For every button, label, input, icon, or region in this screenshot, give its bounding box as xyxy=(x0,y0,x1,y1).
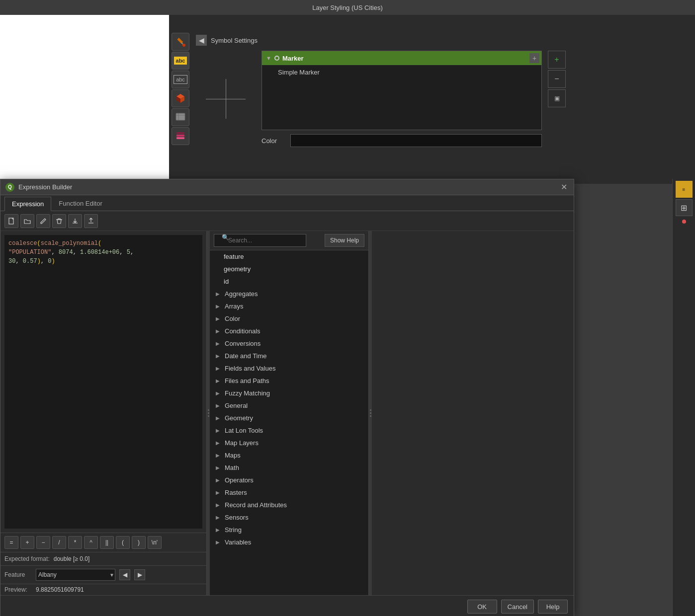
ok-button[interactable]: OK xyxy=(467,600,497,614)
func-general[interactable]: ▶ General xyxy=(210,399,368,412)
func-geometry[interactable]: geometry xyxy=(210,263,368,275)
import-expression-button[interactable] xyxy=(68,214,82,228)
func-fuzzy-matching[interactable]: ▶ Fuzzy Matching xyxy=(210,387,368,399)
func-maps[interactable]: ▶ Maps xyxy=(210,449,368,462)
op-open-paren[interactable]: ( xyxy=(116,536,130,549)
op-power[interactable]: ^ xyxy=(84,536,98,549)
symbol-settings-label: Symbol Settings xyxy=(211,37,258,44)
op-concat[interactable]: || xyxy=(100,536,114,549)
export-expression-button[interactable] xyxy=(84,214,98,228)
paint-bucket-icon xyxy=(174,36,186,48)
feature-select[interactable]: Albany xyxy=(36,569,115,581)
color-label: Color xyxy=(261,137,286,145)
styling-content-area: ◀ Symbol Settings ▼ Marker Simple Marker… xyxy=(192,31,567,185)
tab-function-editor[interactable]: Function Editor xyxy=(51,196,109,211)
operators-row: = + − / * ^ || ( ) \n' xyxy=(0,533,206,552)
3d-icon[interactable] xyxy=(172,89,189,107)
open-expression-button[interactable] xyxy=(20,214,34,228)
color-swatch[interactable] xyxy=(290,134,542,147)
sidebar-layers-button[interactable]: ≡ xyxy=(676,181,693,198)
delete-expression-button[interactable] xyxy=(52,214,66,228)
qgis-logo: Q xyxy=(5,183,14,192)
op-close-paren[interactable]: ) xyxy=(132,536,146,549)
add-symbol-button[interactable]: + xyxy=(529,53,539,63)
func-aggregates[interactable]: ▶ Aggregates xyxy=(210,288,368,300)
download-icon xyxy=(72,218,79,225)
edit-expression-button[interactable] xyxy=(36,214,50,228)
func-color[interactable]: ▶ Color xyxy=(210,312,368,325)
remove-layer-button[interactable]: − xyxy=(548,70,566,88)
label-outline-icon[interactable]: abc xyxy=(172,71,189,88)
op-newline[interactable]: \n' xyxy=(148,536,162,549)
map-icon[interactable] xyxy=(172,108,189,126)
upload-icon xyxy=(87,218,94,225)
search-row: 🔍 Show Help xyxy=(210,231,368,250)
func-conditionals[interactable]: ▶ Conditionals xyxy=(210,325,368,337)
qgis-right-sidebar: ≡ ⊞ xyxy=(672,179,695,616)
symbol-tree-simple-marker-row[interactable]: Simple Marker xyxy=(262,65,541,79)
marker-label: Marker xyxy=(282,55,304,62)
paint-icon[interactable] xyxy=(172,33,189,51)
func-variables[interactable]: ▶ Variables xyxy=(210,536,368,548)
delete-icon xyxy=(56,218,63,225)
symbol-tree-marker-row[interactable]: ▼ Marker xyxy=(262,51,541,65)
expr-tabs-bar: Expression Function Editor xyxy=(0,195,574,211)
simple-marker-label: Simple Marker xyxy=(278,69,320,76)
func-string[interactable]: ▶ String xyxy=(210,524,368,536)
back-button[interactable]: ◀ xyxy=(196,35,207,46)
svg-rect-6 xyxy=(176,135,184,137)
layers-icon xyxy=(174,130,186,142)
op-divide[interactable]: / xyxy=(52,536,66,549)
duplicate-layer-button[interactable]: ▣ xyxy=(548,89,566,107)
help-button[interactable]: Help xyxy=(538,600,568,614)
add-layer-button[interactable]: + xyxy=(548,51,566,69)
tree-expand-arrow: ▼ xyxy=(266,55,271,61)
func-arrays[interactable]: ▶ Arrays xyxy=(210,300,368,312)
func-record-and-attributes[interactable]: ▶ Record and Attributes xyxy=(210,499,368,511)
code-coalesce: coalesce xyxy=(8,240,37,247)
func-map-layers[interactable]: ▶ Map Layers xyxy=(210,437,368,449)
edit-icon xyxy=(40,218,47,225)
layer-styling-sidebar: abc abc xyxy=(169,31,192,185)
label-icon-text: abc xyxy=(174,57,187,65)
close-dialog-button[interactable]: ✕ xyxy=(559,182,569,192)
func-math[interactable]: ▶ Math xyxy=(210,462,368,474)
func-operators[interactable]: ▶ Operators xyxy=(210,474,368,486)
op-minus[interactable]: − xyxy=(36,536,50,549)
func-geometry[interactable]: ▶ Geometry xyxy=(210,412,368,424)
func-rasters[interactable]: ▶ Rasters xyxy=(210,486,368,499)
op-multiply[interactable]: * xyxy=(68,536,82,549)
stack-icon[interactable] xyxy=(172,127,189,145)
func-sensors[interactable]: ▶ Sensors xyxy=(210,511,368,524)
new-file-icon xyxy=(8,218,15,225)
prev-feature-button[interactable]: ◀ xyxy=(119,569,130,580)
sidebar-browser-button[interactable]: ⊞ xyxy=(676,199,693,216)
feature-label: Feature xyxy=(4,571,32,578)
func-fields-and-values[interactable]: ▶ Fields and Values xyxy=(210,362,368,375)
label-icon[interactable]: abc xyxy=(172,52,189,70)
op-equals[interactable]: = xyxy=(4,536,18,549)
tab-expression[interactable]: Expression xyxy=(4,197,51,211)
cube-icon xyxy=(174,92,186,104)
func-conversions[interactable]: ▶ Conversions xyxy=(210,337,368,350)
expr-builder-title: Expression Builder xyxy=(18,183,72,191)
expr-title-bar: Q Expression Builder ✕ xyxy=(0,179,574,195)
expr-title-left: Q Expression Builder xyxy=(5,183,72,192)
map-icon-svg xyxy=(174,111,186,123)
expression-editor[interactable]: coalesce(scale_polynomial( "POPULATION",… xyxy=(4,235,202,529)
next-feature-button[interactable]: ▶ xyxy=(134,569,145,580)
func-files-and-paths[interactable]: ▶ Files and Paths xyxy=(210,375,368,387)
func-lat-lon-tools[interactable]: ▶ Lat Lon Tools xyxy=(210,424,368,437)
show-help-button[interactable]: Show Help xyxy=(325,234,364,247)
cancel-button[interactable]: Cancel xyxy=(501,600,534,614)
preview-row: Preview: 9.8825051609791 xyxy=(0,584,206,595)
feature-select-wrapper: Albany ▼ xyxy=(36,569,115,581)
func-date-and-time[interactable]: ▶ Date and Time xyxy=(210,350,368,362)
svg-rect-7 xyxy=(176,132,184,134)
op-plus[interactable]: + xyxy=(20,536,34,549)
new-expression-button[interactable] xyxy=(4,214,18,228)
func-feature[interactable]: feature xyxy=(210,250,368,263)
resize-dots-right xyxy=(370,409,371,417)
resize-dots xyxy=(208,409,209,417)
func-id[interactable]: id xyxy=(210,275,368,288)
